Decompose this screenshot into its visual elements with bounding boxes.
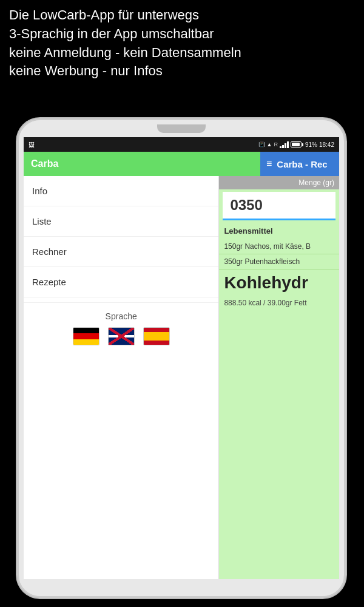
food-item-1: 150gr Nachos, mit Käse, B	[219, 239, 339, 254]
app-toolbar: Carba ≡ Carba - Rec	[24, 152, 339, 176]
wifi-icon: ▲	[267, 141, 272, 148]
menge-input[interactable]: 0350	[223, 192, 335, 220]
signal-bars	[280, 141, 289, 148]
app-content: Carba ≡ Carba - Rec Info Liste	[24, 152, 339, 579]
header-line2: 3-Sprachig in der App umschaltbar	[9, 25, 355, 44]
nav-item-liste[interactable]: Liste	[24, 206, 218, 237]
lebensmittel-label: Lebensmittel	[219, 223, 339, 239]
time-display: 18:42	[319, 141, 334, 148]
phone-bottom-bar	[19, 579, 344, 596]
status-right: 📳 ▲ R 91%	[258, 141, 334, 148]
kohlenhydrate-text: Kohlehydr	[219, 270, 339, 296]
header-line1: Die LowCarb-App für unterwegs	[9, 6, 355, 25]
nav-item-rechner[interactable]: Rechner	[24, 237, 218, 267]
toolbar-right: ≡ Carba - Rec	[260, 152, 339, 176]
flags-row	[32, 327, 210, 345]
data-roaming-icon: R	[274, 141, 278, 148]
language-section: Sprache	[24, 302, 218, 354]
battery-icon	[291, 141, 303, 148]
image-icon: 🖼	[29, 141, 35, 148]
status-left: 🖼	[29, 141, 35, 148]
hamburger-icon[interactable]: ≡	[266, 158, 272, 169]
phone-frame: 🖼 📳 ▲ R	[17, 118, 346, 598]
flag-german[interactable]	[73, 327, 99, 345]
language-label: Sprache	[32, 311, 210, 321]
phone-top-bar	[19, 120, 344, 137]
flag-spanish[interactable]	[143, 327, 170, 345]
status-bar: 🖼 📳 ▲ R	[24, 137, 339, 152]
menge-row: Menge (gr)	[219, 176, 339, 189]
header-line4: keine Werbung - nur Infos	[9, 62, 355, 81]
battery-percent: 91%	[305, 141, 317, 148]
food-item-2: 350gr Putenhackfleisch	[219, 254, 339, 270]
phone-screen: 🖼 📳 ▲ R	[24, 137, 339, 579]
nav-item-info[interactable]: Info	[24, 176, 218, 206]
nav-drawer: Info Liste Rechner Rezepte Sprache	[24, 176, 219, 579]
header-line3: keine Anmeldung - kein Datensammeln	[9, 44, 355, 63]
menge-label: Menge (gr)	[298, 178, 334, 187]
right-content: Menge (gr) 0350 Lebensmittel 150gr Nacho…	[219, 176, 339, 579]
main-layout: Info Liste Rechner Rezepte Sprache	[24, 176, 339, 579]
header-description: Die LowCarb-App für unterwegs 3-Sprachig…	[9, 6, 355, 81]
toolbar-right-title: Carba - Rec	[277, 159, 327, 169]
flag-uk[interactable]	[108, 327, 135, 345]
app-title: Carba	[24, 158, 260, 169]
vibrate-icon: 📳	[258, 141, 265, 148]
nav-item-rezepte[interactable]: Rezepte	[24, 267, 218, 297]
kcal-info: 888.50 kcal / 39.00gr Fett	[219, 296, 339, 310]
phone-notch	[157, 124, 206, 133]
